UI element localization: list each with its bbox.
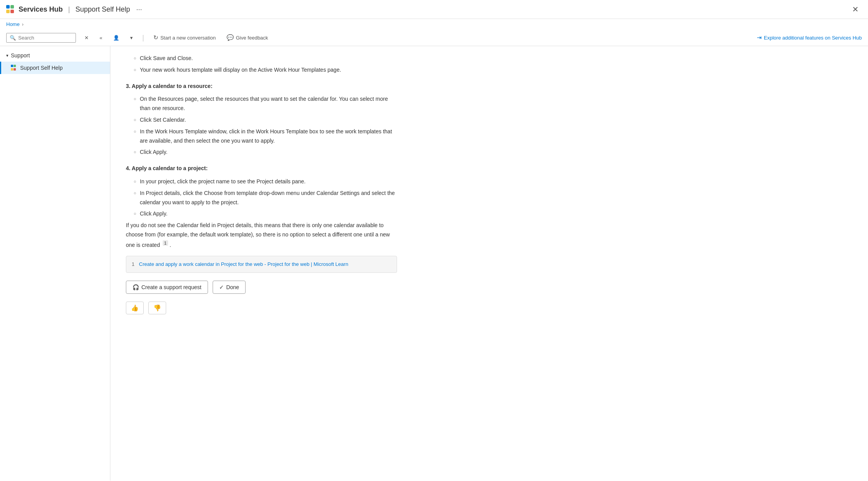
logo-dot-blue: [6, 5, 10, 9]
note-paragraph: If you do not see the Calendar field in …: [126, 221, 397, 250]
done-button[interactable]: ✓ Done: [213, 281, 246, 294]
content-area: Click Save and Close. Your new work hour…: [110, 46, 868, 481]
step1-item-a: Click Save and Close.: [134, 54, 397, 63]
step4-item-b: In Project details, click the Choose fro…: [134, 189, 397, 207]
step1-item-b: Your new work hours template will displa…: [134, 66, 397, 75]
footnote-num: 1: [132, 261, 134, 267]
search-box[interactable]: 🔍: [6, 33, 76, 43]
sidebar-item-logo: [11, 65, 17, 71]
title-separator: |: [68, 5, 70, 14]
footnote-link[interactable]: Create and apply a work calendar in Proj…: [139, 261, 348, 267]
logo-dot-yellow: [6, 10, 10, 13]
thumbs-down-icon: 👎: [153, 305, 161, 311]
toolbar-separator-1: |: [142, 34, 144, 42]
toolbar: 🔍 ✕ « 👤 ▾ | ↻ Start a new conversation 💬…: [0, 29, 868, 46]
sidebar-item-support-self-help[interactable]: Support Self Help: [0, 62, 110, 74]
section3-title: 3. Apply a calendar to a resource:: [126, 82, 397, 91]
step3-item-d: Click Apply.: [134, 148, 397, 157]
refresh-icon: ↻: [153, 34, 158, 41]
dropdown-button[interactable]: ▾: [128, 33, 135, 42]
check-icon: ✓: [219, 284, 224, 290]
sidebar: ▾ Support Support Self Help: [0, 46, 110, 481]
feedback-icon: 💬: [227, 34, 234, 41]
clear-button[interactable]: ✕: [82, 33, 91, 42]
app-title: Services Hub: [19, 5, 63, 14]
logo-dot-green: [10, 5, 14, 9]
app-logo: [6, 5, 15, 14]
breadcrumb-separator: ›: [22, 22, 24, 27]
sidebar-group-label: Support: [11, 52, 30, 59]
new-conversation-button[interactable]: ↻ Start a new conversation: [151, 33, 218, 43]
logo-dot-red: [10, 10, 14, 13]
person-button[interactable]: 👤: [111, 33, 122, 42]
title-subtitle: Support Self Help: [76, 5, 130, 14]
footnote-box: 1 Create and apply a work calendar in Pr…: [126, 256, 397, 273]
sidebar-group-support[interactable]: ▾ Support: [0, 49, 110, 62]
step1-list: Click Save and Close. Your new work hour…: [126, 54, 397, 75]
breadcrumb-home[interactable]: Home: [6, 21, 20, 27]
give-feedback-button[interactable]: 💬 Give feedback: [224, 33, 270, 43]
sidebar-dot-blue: [11, 65, 13, 67]
article: Click Save and Close. Your new work hour…: [126, 54, 397, 314]
action-buttons: 🎧 Create a support request ✓ Done: [126, 281, 397, 294]
thumbs-up-icon: 👍: [131, 305, 139, 311]
explore-icon: ⇥: [757, 34, 762, 41]
close-button[interactable]: ✕: [849, 4, 862, 15]
thumbs-up-button[interactable]: 👍: [126, 302, 144, 314]
step3-item-a: On the Resources page, select the resour…: [134, 95, 397, 113]
title-bar-left: Services Hub | Support Self Help ···: [6, 5, 144, 14]
step4-list: In your project, click the project name …: [126, 177, 397, 219]
sidebar-item-label: Support Self Help: [20, 65, 63, 71]
person-icon: 👤: [113, 35, 119, 41]
step4-item-a: In your project, click the project name …: [134, 177, 397, 186]
search-icon: 🔍: [10, 35, 16, 41]
chevron-down-icon: ▾: [6, 53, 9, 58]
main-layout: ▾ Support Support Self Help Click Save a…: [0, 46, 868, 481]
step3-item-c: In the Work Hours Template window, click…: [134, 127, 397, 146]
step4-item-c: Click Apply.: [134, 209, 397, 219]
back-button[interactable]: «: [97, 33, 105, 42]
sidebar-dot-red: [14, 68, 16, 71]
search-input[interactable]: [18, 35, 69, 41]
ellipsis-button[interactable]: ···: [134, 5, 144, 14]
step3-list: On the Resources page, select the resour…: [126, 95, 397, 157]
footnote-ref[interactable]: 1: [163, 240, 168, 246]
title-bar: Services Hub | Support Self Help ··· ✕: [0, 0, 868, 19]
step3-item-b: Click Set Calendar.: [134, 116, 397, 125]
thumbs-down-button[interactable]: 👎: [148, 302, 166, 314]
feedback-thumbs: 👍 👎: [126, 302, 397, 314]
section4-title: 4. Apply a calendar to a project:: [126, 164, 397, 173]
explore-link[interactable]: ⇥ Explore additional features on Service…: [757, 34, 862, 41]
create-support-button[interactable]: 🎧 Create a support request: [126, 281, 208, 294]
sidebar-dot-green: [14, 65, 16, 67]
sidebar-section: ▾ Support Support Self Help: [0, 46, 110, 77]
headset-icon: 🎧: [132, 284, 139, 290]
breadcrumb: Home ›: [0, 19, 868, 29]
sidebar-dot-yellow: [11, 68, 13, 71]
